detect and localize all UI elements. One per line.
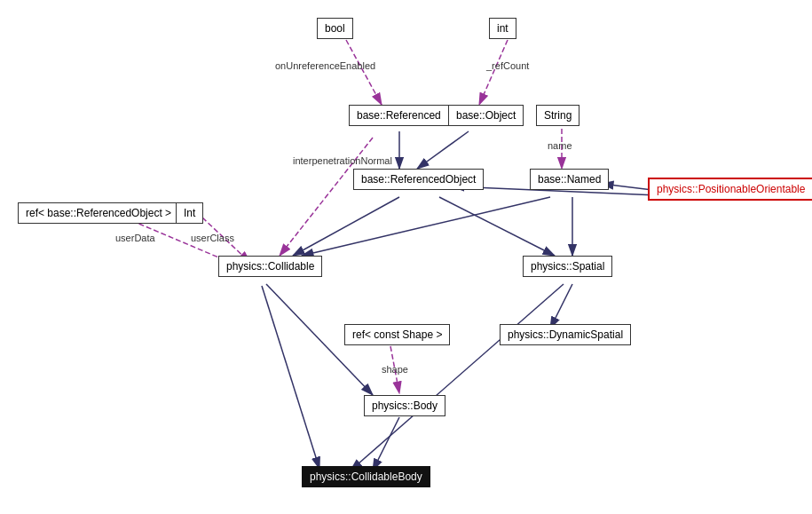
physics-spatial-node: physics::Spatial xyxy=(523,256,612,277)
ref-referencedobj-node: ref< base::ReferencedObject > xyxy=(18,202,179,224)
string-node: String xyxy=(536,105,579,126)
physics-collidablebody-node: physics::CollidableBody xyxy=(302,466,430,487)
label-interpenetration: interpenetrationNormal xyxy=(293,155,392,166)
svg-line-8 xyxy=(293,197,399,256)
svg-line-18 xyxy=(373,417,399,471)
physics-dynamicspatial-node: physics::DynamicSpatial xyxy=(500,324,631,345)
label-userdata: userData xyxy=(115,233,155,243)
label-userclass: userClass xyxy=(191,233,234,243)
int-node: int xyxy=(489,18,516,39)
physics-positionable-node[interactable]: physics::PositionableOrientable xyxy=(648,178,812,201)
ref-constshape-node: ref< const Shape > xyxy=(344,324,450,345)
svg-line-4 xyxy=(479,40,508,105)
label-refcount: _refCount xyxy=(486,60,529,71)
svg-line-19 xyxy=(262,286,319,469)
base-named-node: base::Named xyxy=(530,169,609,190)
svg-line-11 xyxy=(439,197,555,256)
bool-node: bool xyxy=(317,18,353,39)
physics-body-node: physics::Body xyxy=(364,395,445,416)
base-referenced-node: base::Referenced xyxy=(349,105,449,126)
svg-line-16 xyxy=(550,284,572,328)
label-name: name xyxy=(548,140,572,151)
int-node2: Int xyxy=(176,202,203,224)
svg-line-22 xyxy=(351,284,564,471)
svg-line-6 xyxy=(417,131,469,169)
svg-line-9 xyxy=(302,197,550,256)
base-object-node: base::Object xyxy=(448,105,524,126)
base-referencedobj-node: base::ReferencedObject xyxy=(353,169,484,190)
physics-collidable-node: physics::Collidable xyxy=(218,256,322,277)
label-onunreference: onUnreferenceEnabled xyxy=(275,60,375,71)
label-shape: shape xyxy=(382,364,408,375)
svg-line-3 xyxy=(346,40,382,105)
